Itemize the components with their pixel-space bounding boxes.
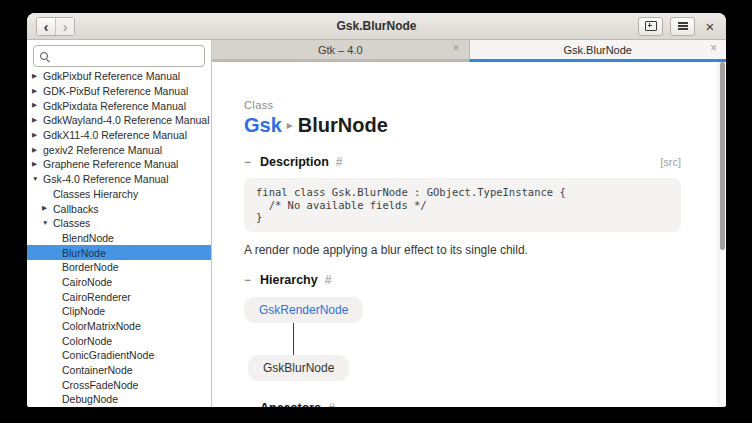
tree-item-label: GdkWayland-4.0 Reference Manual [43, 114, 210, 126]
menu-button[interactable] [670, 17, 695, 36]
section-title: Description [260, 155, 329, 169]
tree-item-label: ColorNode [62, 335, 112, 347]
tab-close-icon[interactable]: × [710, 42, 717, 54]
tree-item-label: ClipNode [62, 305, 105, 317]
scrollbar-thumb[interactable] [720, 62, 725, 250]
back-icon: ‹ [44, 20, 49, 34]
sidebar-tree-item[interactable]: ClipNode [27, 304, 211, 319]
expander-icon[interactable]: ▶ [42, 205, 53, 212]
tree-item-label: BlendNode [62, 232, 114, 244]
tab-close-icon[interactable]: × [452, 42, 459, 54]
expander-icon[interactable]: ▼ [32, 176, 43, 183]
search-entry[interactable] [33, 45, 205, 67]
close-window-button[interactable]: × [702, 18, 718, 34]
history-nav-group: ‹ › [36, 17, 75, 36]
sidebar: ▶GdkPixbuf Reference Manual▶GDK-PixBuf R… [27, 40, 212, 407]
sidebar-tree-item[interactable]: BlurNode [27, 245, 211, 260]
tree-item-label: CairoNode [62, 276, 112, 288]
tree-item-label: ColorMatrixNode [62, 320, 141, 332]
section-header-ancestors: − Ancestors # [244, 401, 681, 408]
sidebar-tree-item[interactable]: BlendNode [27, 231, 211, 246]
anchor-link[interactable]: # [328, 401, 335, 408]
app-window: ‹ › Gsk.BlurNode × ▶GdkPixbuf [27, 13, 726, 407]
expander-icon[interactable]: ▶ [32, 73, 43, 80]
expander-icon[interactable]: ▶ [32, 161, 43, 168]
tab-label: Gtk – 4.0 [318, 44, 363, 56]
hierarchy-diagram: GskRenderNode GskBlurNode [244, 297, 681, 381]
anchor-link[interactable]: # [325, 273, 332, 287]
sidebar-tree-item[interactable]: ▶gexiv2 Reference Manual [27, 142, 211, 157]
search-input[interactable] [55, 50, 199, 63]
tree-item-label: CrossFadeNode [62, 379, 138, 391]
expander-icon[interactable]: ▶ [32, 102, 43, 109]
sidebar-tree-item[interactable]: ConicGradientNode [27, 348, 211, 363]
sidebar-tree-item[interactable]: ▶GDK-PixBuf Reference Manual [27, 84, 211, 99]
sidebar-tree-item[interactable]: BorderNode [27, 260, 211, 275]
tree-item-label: GdkPixbuf Reference Manual [43, 70, 180, 82]
book-tree: ▶GdkPixbuf Reference Manual▶GDK-PixBuf R… [27, 69, 211, 407]
sidebar-tree-item[interactable]: ▼Gsk-4.0 Reference Manual [27, 172, 211, 187]
tree-item-label: Graphene Reference Manual [43, 158, 178, 170]
class-name: BlurNode [298, 114, 388, 136]
window-controls: × [638, 17, 718, 35]
forward-button[interactable]: › [55, 18, 74, 35]
tree-item-label: gexiv2 Reference Manual [43, 144, 162, 156]
sidebar-tree-item[interactable]: ▶GdkWayland-4.0 Reference Manual [27, 113, 211, 128]
tab-gtk-4[interactable]: Gtk – 4.0 × [212, 40, 469, 62]
content-scrollbar[interactable] [718, 62, 726, 407]
sidebar-tree-item[interactable]: ColorMatrixNode [27, 319, 211, 334]
expander-icon[interactable]: ▶ [32, 147, 43, 154]
src-link[interactable]: [src] [660, 156, 681, 168]
sidebar-tree-item[interactable]: ▶GdkX11-4.0 Reference Manual [27, 128, 211, 143]
sidebar-tree-item[interactable]: CrossFadeNode [27, 377, 211, 392]
tree-item-label: ConicGradientNode [62, 349, 154, 361]
tab-bar: Gtk – 4.0 × Gsk.BlurNode × [212, 40, 726, 62]
close-icon: × [706, 18, 715, 35]
expander-icon[interactable]: ▼ [42, 220, 53, 227]
doc-content: Class Gsk▸BlurNode − Description # [src]… [212, 62, 719, 407]
sidebar-tree-item[interactable]: ContainerNode [27, 363, 211, 378]
titlebar: ‹ › Gsk.BlurNode × [27, 13, 726, 40]
collapse-icon[interactable]: − [244, 273, 253, 287]
hierarchy-connector-line [293, 323, 294, 355]
expander-icon[interactable]: ▶ [32, 88, 43, 95]
sidebar-tree-item[interactable]: ▶GdkPixbuf Reference Manual [27, 69, 211, 84]
sidebar-tree-item[interactable]: DebugNode [27, 392, 211, 407]
hierarchy-node-parent[interactable]: GskRenderNode [244, 297, 363, 323]
forward-icon: › [63, 20, 68, 34]
expander-icon[interactable]: ▶ [32, 117, 43, 124]
collapse-icon[interactable]: − [244, 401, 253, 408]
anchor-link[interactable]: # [336, 155, 343, 169]
sidebar-tree-item[interactable]: ▼Classes [27, 216, 211, 231]
tree-item-label: Callbacks [53, 203, 99, 215]
tree-item-label: Classes [53, 217, 90, 229]
tab-gsk-blurnode[interactable]: Gsk.BlurNode × [469, 40, 727, 62]
tree-item-label: GdkX11-4.0 Reference Manual [43, 129, 187, 141]
hamburger-menu-icon [678, 25, 688, 26]
class-summary: A render node applying a blur effect to … [244, 243, 681, 257]
section-title: Ancestors [260, 401, 321, 408]
tree-item-label: BorderNode [62, 261, 119, 273]
class-declaration-code: final class Gsk.BlurNode : GObject.TypeI… [244, 178, 681, 232]
sidebar-tree-item[interactable]: CairoNode [27, 275, 211, 290]
sidebar-tree-item[interactable]: Classes Hierarchy [27, 187, 211, 202]
section-title: Hierarchy [260, 273, 318, 287]
sidebar-tree-item[interactable]: ▶Callbacks [27, 201, 211, 216]
new-tab-icon [645, 21, 657, 31]
tree-item-label: ContainerNode [62, 364, 133, 376]
sidebar-tree-item[interactable]: ColorNode [27, 333, 211, 348]
sidebar-tree-item[interactable]: ▶Graphene Reference Manual [27, 157, 211, 172]
namespace-link[interactable]: Gsk [244, 114, 282, 136]
kicker-label: Class [244, 99, 681, 111]
sidebar-tree-item[interactable]: CairoRenderer [27, 289, 211, 304]
section-header-description: − Description # [src] [244, 155, 681, 169]
collapse-icon[interactable]: − [244, 155, 253, 169]
hierarchy-node-self: GskBlurNode [248, 355, 349, 381]
tree-item-label: Gsk-4.0 Reference Manual [43, 173, 168, 185]
window-title: Gsk.BlurNode [336, 19, 416, 33]
sidebar-tree-item[interactable]: ▶GdkPixdata Reference Manual [27, 98, 211, 113]
expander-icon[interactable]: ▶ [32, 132, 43, 139]
new-tab-button[interactable] [638, 17, 663, 36]
tree-item-label: CairoRenderer [62, 291, 131, 303]
back-button[interactable]: ‹ [37, 18, 55, 35]
